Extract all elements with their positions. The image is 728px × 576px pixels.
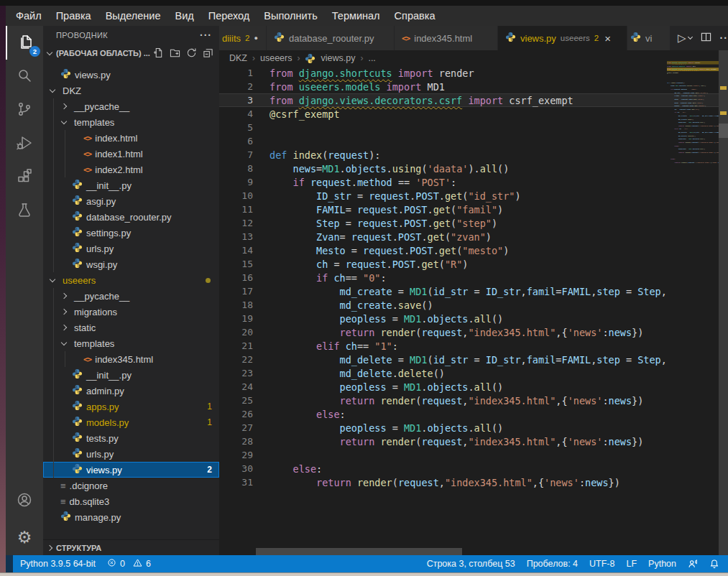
tree-item-dkz[interactable]: DKZ [43,83,219,98]
breadcrumb-item[interactable]: ... [368,53,375,63]
bell-icon[interactable] [709,559,719,569]
tree-item--init-py[interactable]: __init__.py [43,177,219,193]
tab-vi[interactable]: vi [627,26,671,50]
indent-guide [53,146,54,162]
tree-item-templates[interactable]: templates [43,335,219,351]
play-icon: ▷ [678,32,686,45]
menu-item-1[interactable]: Правка [49,6,98,26]
activity-search[interactable] [6,60,43,93]
line-number: 1 [219,68,253,78]
menu-item-6[interactable]: Терминал [325,6,387,26]
new-file-icon[interactable] [153,47,164,60]
tree-item-index-html[interactable]: <>index.html [43,130,219,146]
tree-item-label: views.py [86,465,122,475]
chevron-right-icon [47,544,52,550]
split-editor-icon[interactable] [701,32,711,45]
tree-item-settings-py[interactable]: settings.py [43,225,219,241]
tree-item-templates[interactable]: templates [43,114,219,130]
activity-settings[interactable]: ⚙ [6,519,43,555]
tree-item-index345-html[interactable]: <>index345.html [43,351,219,367]
line-number: 24 [219,381,253,392]
outline-section-header[interactable]: СТРУКТУРА [43,539,219,555]
tree-item-useeers[interactable]: useeers [43,272,219,288]
tree-item--pycache-[interactable]: __pycache__ [43,98,219,114]
refresh-icon[interactable] [186,47,197,60]
breadcrumb[interactable]: DKZ›useeers›views.py›... [219,50,728,66]
tree-item-index2-html[interactable]: <>index2.html [43,162,219,177]
line-number: 12 [219,218,253,228]
tab-views-py[interactable]: views.pyuseeers2× [498,26,627,50]
window-top-edge [0,0,728,6]
code-editor[interactable]: 1from django.shortcuts import render2fro… [219,66,667,555]
tree-item-db-sqlite3[interactable]: ≡db.sqlite3 [43,493,219,509]
tree-item-asgi-py[interactable]: asgi.py [43,193,219,209]
activity-explorer[interactable]: 2 [6,26,45,60]
problems-summary[interactable]: 06 [107,558,151,570]
activity-account[interactable] [6,483,43,519]
activity-source-control[interactable] [6,93,43,127]
tree-item-label: useeers [63,275,96,286]
tree-item--init-py[interactable]: __init__.py [43,367,219,383]
list-file-icon: ≡ [60,480,66,491]
tree-item-migrations[interactable]: migrations [43,304,219,320]
tree-item-admin-py[interactable]: admin.py [43,383,219,399]
tree-item-label: asgi.py [86,196,116,207]
status-language-mode[interactable]: Python [648,559,676,569]
tree-item-tests-py[interactable]: tests.py [43,430,219,446]
python-interpreter[interactable]: Python 3.9.5 64-bit [20,559,96,569]
status-eol[interactable]: LF [626,559,637,569]
tree-item-views-py[interactable]: views.py2 [43,462,219,478]
tree-item-database-roouter-py[interactable]: database_roouter.py [43,209,219,225]
activity-run-debug[interactable] [6,127,43,161]
close-icon[interactable]: × [604,32,611,45]
tree-item-models-py[interactable]: models.py1 [43,414,219,430]
tab-index345-html[interactable]: <>index345.html [395,26,498,50]
indent-guide [53,193,54,209]
code-line: 15 ch = request.POST.get("R") [219,257,667,271]
activity-extensions[interactable] [6,161,43,195]
vertical-scrollbar[interactable] [719,50,728,555]
menu-item-5[interactable]: Выполнить [257,6,324,26]
menu-item-2[interactable]: Выделение [98,6,168,26]
tree-item-apps-py[interactable]: apps.py1 [43,399,219,414]
menu-item-4[interactable]: Переход [201,6,257,26]
new-folder-icon[interactable] [170,47,180,60]
tree-item-manage-py[interactable]: manage.py [43,509,219,525]
tree-item-urls-py[interactable]: urls.py [43,446,219,462]
explorer-more-actions-icon[interactable]: ··· [200,29,212,41]
status-indentation[interactable]: Пробелов: 4 [527,559,578,569]
chevron-down-icon [61,340,67,345]
tree-item-wsgi-py[interactable]: wsgi.py [43,256,219,272]
status-cursor-position[interactable]: Строка 3, столбец 53 [427,559,515,569]
collapse-all-icon[interactable] [203,47,213,60]
indent-guide [65,146,65,162]
error-count: 0 [120,559,125,569]
tree-item-views-py[interactable]: views.py [43,67,219,83]
breadcrumb-item[interactable]: views.py [321,53,355,63]
tree-item-static[interactable]: static [43,320,219,335]
status-encoding[interactable]: UTF-8 [589,559,614,569]
tab-diiits[interactable]: diiits2● [219,26,267,50]
tree-item-index1-html[interactable]: <>index1.html [43,146,219,162]
tree-item--dcignore[interactable]: ≡.dcignore [43,478,219,493]
more-actions-icon[interactable]: ··· [720,32,728,44]
workspace-label: (РАБОЧАЯ ОБЛАСТЬ) ... [56,49,150,57]
tree-item--pycache-[interactable]: __pycache__ [43,288,219,304]
desktop-bottom-strip [0,572,728,576]
line-number: 4 [219,108,253,119]
activity-testing[interactable] [6,195,43,228]
run-button[interactable]: ▷ [678,32,692,45]
tree-item-label: db.sqlite3 [70,496,110,507]
menu-item-0[interactable]: Файл [9,6,49,26]
tab-database-roouter-py[interactable]: database_roouter.py [267,26,395,50]
workspace-section-header[interactable]: (РАБОЧАЯ ОБЛАСТЬ) ... [43,45,219,62]
tree-item-label: apps.py [86,401,119,412]
feedback-icon[interactable] [688,559,698,569]
breadcrumb-item[interactable]: DKZ [229,53,247,63]
code-line: 21 elif ch== "1": [219,339,667,353]
menu-item-3[interactable]: Вид [167,6,201,26]
minimap[interactable]: from django.shortcuts import renderfrom … [667,61,719,420]
tree-item-urls-py[interactable]: urls.py [43,241,219,256]
menu-item-7[interactable]: Справка [387,6,443,26]
breadcrumb-item[interactable]: useeers [260,53,292,63]
